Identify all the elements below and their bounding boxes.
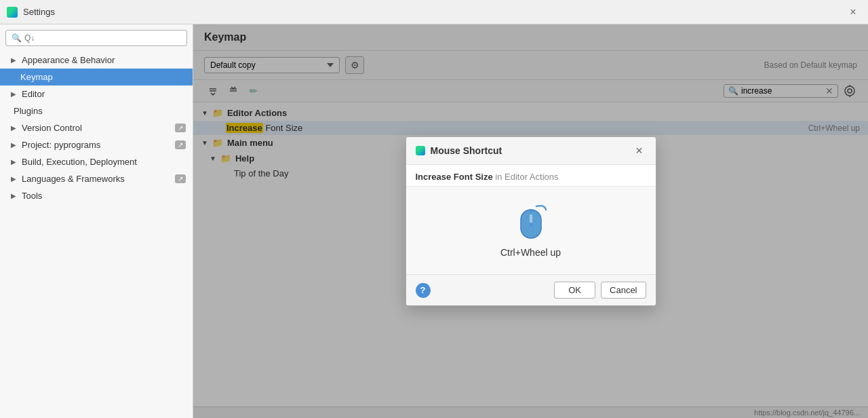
sidebar-item-languages[interactable]: ▶ Languages & Frameworks ↗ (0, 170, 193, 187)
close-button[interactable]: × (845, 4, 861, 20)
mouse-shortcut-display: Ctrl+Wheel up (500, 203, 561, 258)
modal-footer: ? OK Cancel (406, 274, 656, 305)
sidebar-item-label: Plugins (14, 106, 43, 116)
chevron-right-icon: ▶ (11, 56, 16, 64)
chevron-right-icon: ▶ (11, 124, 16, 132)
sidebar-item-label: Editor (22, 89, 45, 99)
mouse-icon (511, 203, 551, 240)
modal-header: Mouse Shortcut × (406, 137, 656, 165)
sidebar-item-project[interactable]: ▶ Project: pyprograms ↗ (0, 136, 193, 153)
modal-subtitle: Increase Font Size in Editor Actions (406, 165, 656, 187)
chevron-right-icon: ▶ (11, 90, 16, 98)
sidebar-item-label: Project: pyprograms (22, 140, 100, 150)
modal-body: Ctrl+Wheel up (406, 187, 656, 274)
modal-app-logo-icon (416, 146, 425, 155)
sidebar-item-appearance[interactable]: ▶ Appearance & Behavior (0, 52, 193, 69)
sidebar-item-editor[interactable]: ▶ Editor (0, 86, 193, 102)
main-layout: 🔍 ▶ Appearance & Behavior Keymap ▶ Edito… (0, 24, 868, 418)
app-logo-icon (7, 7, 18, 18)
modal-action-name: Increase Font Size (416, 172, 493, 182)
sidebar-item-label: Build, Execution, Deployment (22, 157, 137, 167)
mouse-shortcut-modal: Mouse Shortcut × Increase Font Size in E… (406, 136, 656, 306)
sidebar: 🔍 ▶ Appearance & Behavior Keymap ▶ Edito… (0, 24, 193, 418)
chevron-right-icon: ▶ (11, 141, 16, 149)
sidebar-item-label: Version Control (22, 123, 82, 133)
sidebar-item-tools[interactable]: ▶ Tools (0, 187, 193, 204)
modal-context: in Editor Actions (493, 172, 559, 182)
title-bar-left: Settings (7, 7, 55, 18)
chevron-right-icon: ▶ (11, 175, 16, 183)
modal-title-row: Mouse Shortcut (416, 145, 502, 156)
modal-action-buttons: OK Cancel (554, 282, 646, 299)
chevron-right-icon: ▶ (11, 158, 16, 166)
content-area: Keymap Default copy ⚙ Based on Default k… (193, 24, 868, 418)
cancel-button[interactable]: Cancel (601, 282, 646, 299)
sidebar-item-build[interactable]: ▶ Build, Execution, Deployment (0, 153, 193, 170)
shortcut-text: Ctrl+Wheel up (500, 247, 561, 258)
modal-title: Mouse Shortcut (431, 145, 502, 156)
sidebar-item-keymap[interactable]: Keymap (0, 69, 193, 86)
external-link-icon: ↗ (175, 140, 186, 149)
title-bar: Settings × (0, 0, 868, 24)
chevron-right-icon: ▶ (11, 192, 16, 200)
sidebar-item-label: Keymap (11, 72, 53, 82)
external-link-icon: ↗ (175, 124, 186, 132)
sidebar-item-plugins[interactable]: Plugins (0, 102, 193, 119)
sidebar-item-label: Appearance & Behavior (22, 55, 115, 65)
search-icon: 🔍 (12, 33, 22, 43)
app-title: Settings (23, 7, 55, 17)
sidebar-item-label: Languages & Frameworks (22, 174, 125, 184)
modal-overlay: Mouse Shortcut × Increase Font Size in E… (193, 24, 868, 418)
sidebar-item-version-control[interactable]: ▶ Version Control ↗ (0, 119, 193, 136)
sidebar-search-box[interactable]: 🔍 (5, 30, 187, 46)
external-link-icon: ↗ (175, 174, 186, 183)
modal-close-button[interactable]: × (633, 144, 646, 157)
help-button[interactable]: ? (416, 283, 431, 298)
sidebar-search-input[interactable] (24, 33, 181, 43)
ok-button[interactable]: OK (554, 282, 595, 299)
sidebar-item-label: Tools (22, 191, 42, 201)
